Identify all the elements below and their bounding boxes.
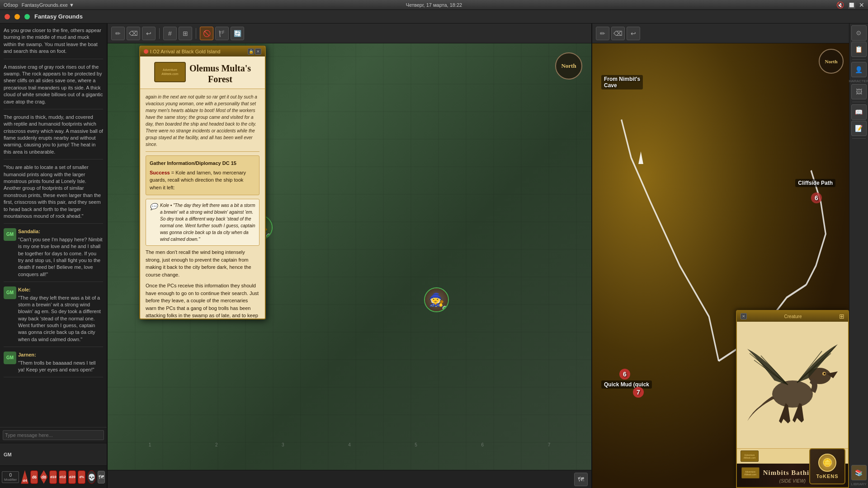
panel-body-main: again in the next are not quite so rar g… bbox=[140, 89, 265, 319]
tokens-button[interactable]: 🪙 ToKENS bbox=[809, 448, 845, 484]
app-dot-red bbox=[5, 14, 10, 19]
right-map-compass: North bbox=[819, 49, 844, 74]
token-status-dot-1 bbox=[266, 234, 271, 238]
right-toolbar-btn-pencil[interactable]: ✏ bbox=[596, 27, 609, 40]
modifier-value: 0 bbox=[9, 473, 12, 478]
appbar: Fantasy Grounds bbox=[0, 10, 868, 23]
icon-characters[interactable]: 👤 bbox=[851, 62, 867, 77]
icon-images[interactable]: 🖼 bbox=[851, 84, 867, 99]
chat-bottom-bar: GM bbox=[0, 443, 107, 465]
toolbar-sep-2 bbox=[196, 28, 196, 39]
grid-labels: 1 2 3 4 5 6 7 bbox=[108, 442, 591, 447]
map-token-2[interactable]: 🧙 bbox=[424, 287, 449, 312]
success-label: Success bbox=[150, 170, 170, 175]
toolbar-sep-1 bbox=[159, 28, 160, 39]
app-dot-green bbox=[24, 14, 30, 19]
kole-speech-text: Kole • "The day they left there was a bi… bbox=[160, 202, 255, 243]
chat-narrator-text-4: "You are able to locate a set of smaller… bbox=[4, 164, 103, 220]
right-toolbar: ✏ ⌫ ↩ bbox=[591, 23, 849, 43]
right-compass-label: North bbox=[825, 59, 837, 64]
die-skull[interactable]: 💀 bbox=[87, 470, 96, 484]
map-canvas[interactable]: 1 2 3 4 5 6 7 North 🧙 bbox=[108, 43, 591, 470]
map-toggle-btn[interactable]: 🗺 bbox=[98, 471, 105, 483]
creature-window-titlebar[interactable]: ✕ Creature ⊞ bbox=[737, 311, 848, 322]
kole-speech: 💬 Kole • "The day they left there was a … bbox=[146, 199, 259, 246]
adventure-logo: AdventureAWeek.com bbox=[154, 62, 186, 82]
titlebar: Обзор FantasyGrounds.exe ▼ Четверг, 17 м… bbox=[0, 0, 868, 10]
chat-text-sandalia: "Can't you see I'm happy here? Nimbit is… bbox=[18, 236, 103, 278]
adventure-header: AdventureAWeek.com Olemus Multa'sForest bbox=[140, 56, 265, 89]
main-layout: As you grow closer to the fire, others a… bbox=[0, 23, 868, 488]
close-icon[interactable]: ✕ bbox=[859, 1, 864, 9]
right-toolbar-btn-eraser[interactable]: ⌫ bbox=[611, 27, 625, 40]
toolbar-btn-grid[interactable]: # bbox=[163, 27, 177, 40]
die-d6[interactable]: d6 bbox=[30, 470, 38, 484]
story-text: again in the next are not quite so rar g… bbox=[146, 94, 259, 152]
window-label: Обзор bbox=[4, 2, 18, 8]
panel-lock-icon[interactable]: 🔒 bbox=[248, 48, 254, 55]
creature-close-btn[interactable]: ✕ bbox=[741, 313, 747, 319]
icon-btn-1[interactable]: ⚙ bbox=[851, 25, 867, 41]
right-map[interactable]: From Nimbit'sCave Cliffside Path Quick M… bbox=[591, 43, 849, 488]
adventure-panel: I.O2 Arrival at Black Gold Island 🔒 ✕ Ad… bbox=[139, 46, 266, 319]
grid-label-4: 4 bbox=[348, 442, 351, 447]
compass-label: North bbox=[561, 62, 576, 70]
die-d10[interactable]: d10 bbox=[49, 470, 57, 484]
icon-stories[interactable]: 📖 bbox=[851, 104, 867, 120]
gm-avatar-jarnen: GM bbox=[4, 352, 16, 364]
die-dpercent[interactable]: d% bbox=[78, 470, 85, 484]
adventure-panel-titlebar[interactable]: I.O2 Arrival at Black Gold Island 🔒 ✕ bbox=[140, 47, 265, 56]
chat-narrator-text-1: As you grow closer to the fire, others a… bbox=[4, 27, 103, 55]
token-figure-2: 🧙 bbox=[429, 292, 444, 307]
maximize-icon[interactable]: 🔲 bbox=[848, 1, 855, 9]
modifier-box[interactable]: 0 Modifier bbox=[2, 471, 19, 483]
cave-title-logo: AdventureAWeek.com bbox=[741, 467, 760, 479]
toolbar-btn-pencil[interactable]: ✏ bbox=[111, 27, 125, 40]
icon-sep-2 bbox=[852, 102, 866, 102]
chat-speaker-sandalia: Sandalia: bbox=[18, 228, 103, 235]
grid-label-7: 7 bbox=[548, 442, 551, 447]
right-icon-panel: ⚙ 📋 👤 CHARACTERS 🖼 📖 📝 📚 LIBRARY bbox=[849, 23, 868, 488]
dropdown-arrow[interactable]: ▼ bbox=[69, 2, 74, 8]
chat-entry-jarnen: GM Jarnen: "Them trolls be baaaaad news … bbox=[4, 352, 103, 377]
toolbar-btn-no[interactable]: 🚫 bbox=[200, 27, 213, 40]
cliffside-label: Cliffside Path bbox=[795, 179, 835, 187]
toolbar-btn-refresh[interactable]: 🔄 bbox=[231, 27, 244, 40]
die-d8[interactable]: d8 bbox=[40, 470, 47, 484]
info-success: Success = Kole and Iarnen, two mercenary… bbox=[150, 169, 255, 192]
map-number-6b: 6 bbox=[619, 369, 630, 380]
center-map-area: ✏ ⌫ ↩ # ⊞ 🚫 🏴 🔄 1 2 3 4 5 6 7 bbox=[108, 23, 591, 488]
adventure-panel-title: I.O2 Arrival at Black Gold Island bbox=[150, 49, 220, 54]
toolbar-btn-grid2[interactable]: ⊞ bbox=[179, 27, 192, 40]
grid-label-1: 1 bbox=[149, 442, 151, 447]
die-d20[interactable]: d20 bbox=[68, 470, 76, 484]
quick-mud-label: Quick Mud (quick bbox=[601, 380, 652, 389]
speech-icon: 💬 bbox=[150, 202, 157, 211]
right-toolbar-btn-undo[interactable]: ↩ bbox=[627, 27, 640, 40]
volume-icon[interactable]: 🔇 bbox=[836, 1, 844, 9]
tokens-label: ToKENS bbox=[816, 474, 838, 479]
adventure-main-title: Olemus Multa'sForest bbox=[189, 63, 251, 84]
app-dot-yellow bbox=[14, 14, 20, 19]
chat-entry-sandalia: GM Sandalia: "Can't you see I'm happy he… bbox=[4, 228, 103, 282]
icon-btn-2[interactable]: 📋 bbox=[851, 42, 867, 57]
svg-point-4 bbox=[824, 373, 826, 375]
die-d12[interactable]: d12 bbox=[59, 470, 66, 484]
creature-svg bbox=[738, 322, 847, 448]
panel-close-btn[interactable]: ✕ bbox=[255, 48, 261, 55]
creature-corner-btn[interactable]: ⊞ bbox=[839, 313, 844, 320]
toolbar-btn-undo[interactable]: ↩ bbox=[142, 27, 156, 40]
toolbar-btn-flag[interactable]: 🏴 bbox=[215, 27, 229, 40]
die-d4[interactable]: d4 bbox=[21, 470, 28, 484]
icon-library[interactable]: 📚 bbox=[851, 465, 867, 480]
toolbar-btn-eraser[interactable]: ⌫ bbox=[127, 27, 140, 40]
chat-entry-2: A massive crag of gray rock rises out of… bbox=[4, 64, 103, 109]
icon-notes[interactable]: 📝 bbox=[851, 121, 867, 136]
chat-input[interactable] bbox=[3, 430, 104, 440]
chat-entry-1: As you grow closer to the fire, others a… bbox=[4, 27, 103, 59]
map-bottom-btn[interactable]: 🗺 bbox=[574, 473, 588, 486]
chat-panel: As you grow closer to the fire, others a… bbox=[0, 23, 108, 488]
chat-text-jarnen: "Them trolls be baaaaad news I tell ya! … bbox=[18, 360, 103, 374]
gm-avatar-sandalia: GM bbox=[4, 228, 16, 241]
chat-input-area[interactable] bbox=[0, 427, 107, 443]
